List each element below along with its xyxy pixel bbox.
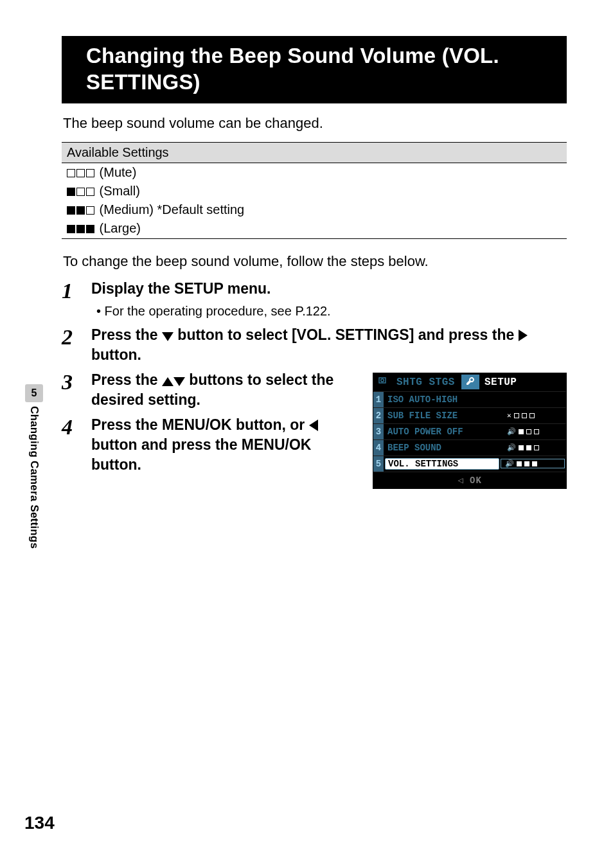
step-subtext: • For the operating procedure, see P.122… [91,303,567,320]
wrench-icon [461,375,479,389]
step-2: 2 Press the button to select [VOL. SETTI… [62,325,567,365]
title-text: Changing the Beep Sound Volume (VOL. SET… [80,36,567,103]
step-body: Display the SETUP menu. • For the operat… [91,279,567,320]
mute-icon: ✕ [507,411,511,420]
available-settings-table: Available Settings (Mute) (Small) (Mediu… [62,142,567,239]
setting-label: (Medium) *Default setting [96,202,244,217]
page-number: 134 [24,813,55,833]
setting-small: (Small) [62,182,567,200]
level-box-icon [519,429,524,434]
camera-row-label: ISO AUTO-HIGH [384,394,503,405]
speaker-icon: 🔊 [507,443,516,452]
level-box-icon [67,225,75,233]
left-arrow-icon [309,420,318,431]
level-box-icon [517,461,522,466]
setting-medium: (Medium) *Default setting [62,200,567,219]
step-text: button and press the MENU/OK button. [91,436,311,473]
camera-tabs: SHTG STGS SETUP [373,373,566,391]
level-box-icon [86,169,94,177]
level-box-icon [86,188,94,196]
camera-menu-row: 5VOL. SETTINGS🔊 [373,456,566,472]
level-box-icon [76,206,85,215]
chapter-number: 5 [25,384,43,402]
title-side-bar [62,36,80,103]
setting-label: (Small) [96,184,140,198]
step-body: Press the button to select [VOL. SETTING… [91,325,567,365]
camera-tab-shtg: SHTG STGS [391,375,460,389]
steps-list: 1 Display the SETUP menu. • For the oper… [62,279,567,489]
speaker-icon: 🔊 [507,427,516,436]
camera-screen-preview: SHTG STGS SETUP 1ISO AUTO-HIGH2SUB FILE … [373,373,567,489]
step-body: Press the MENU/OK button, or button and … [91,415,361,475]
section-title: Changing the Beep Sound Volume (VOL. SET… [62,36,567,103]
step-text: Press the [91,371,162,388]
camera-row-label: VOL. SETTINGS [385,458,499,470]
step-body: Press the buttons to select the desired … [91,370,361,410]
level-box-icon [534,429,539,434]
follow-text: To change the beep sound volume, follow … [63,253,565,270]
level-box-icon [76,188,85,196]
chapter-label: Changing Camera Settings [28,406,40,549]
camera-tab-setup: SETUP [479,375,524,389]
camera-row-index: 1 [373,392,384,407]
setting-large: (Large) [62,219,567,239]
camera-footer: ◁ OK [373,472,566,488]
level-box-icon [76,225,85,233]
camera-row-value: 🔊 [503,427,566,436]
level-box-icon [529,413,535,418]
up-arrow-icon [162,377,173,386]
level-box-icon [67,169,75,177]
step-text: Press the MENU/OK button, or [91,416,309,433]
camera-row-index: 5 [373,456,384,472]
camera-row-label: SUB FILE SIZE [384,411,503,421]
level-box-icon [86,225,94,233]
camera-row-value: 🔊 [501,459,565,468]
camera-menu-rows: 1ISO AUTO-HIGH2SUB FILE SIZE✕3AUTO POWER… [373,391,566,472]
step-title: Display the SETUP menu. [91,280,271,297]
step-text: button to select [VOL. SETTINGS] and pre… [173,326,519,343]
level-box-icon [519,445,524,450]
camera-menu-row: 2SUB FILE SIZE✕ [373,407,566,423]
step-1: 1 Display the SETUP menu. • For the oper… [62,279,567,320]
step-3: 3 Press the buttons to select the desire… [62,370,361,410]
level-box-icon [526,429,531,434]
level-box-icon [526,445,531,450]
level-box-icon [67,188,75,196]
level-box-icon [514,413,519,418]
intro-text: The beep sound volume can be changed. [63,115,565,132]
setting-label: (Mute) [96,165,136,179]
level-box-icon [524,461,529,466]
level-box-icon [76,169,85,177]
level-box-icon [522,413,527,418]
camera-menu-row: 3AUTO POWER OFF🔊 [373,423,566,439]
step-number: 3 [62,370,91,410]
side-tab: 5 Changing Camera Settings [24,384,44,549]
camera-menu-row: 4BEEP SOUND🔊 [373,439,566,456]
level-box-icon [86,206,94,215]
camera-row-label: AUTO POWER OFF [384,427,503,437]
speaker-icon: 🔊 [505,459,514,468]
camera-mode-icon [373,375,391,389]
level-box-icon [532,461,537,466]
svg-point-1 [381,379,384,382]
camera-row-index: 3 [373,424,384,439]
step-number: 2 [62,325,91,365]
camera-menu-row: 1ISO AUTO-HIGH [373,391,566,407]
camera-row-index: 2 [373,408,384,423]
step-text: button. [91,346,141,363]
level-box-icon [67,206,75,215]
camera-row-value: ✕ [503,411,566,420]
step-number: 1 [62,279,91,320]
camera-row-value: 🔊 [503,443,566,452]
table-header: Available Settings [62,142,567,163]
step-4: 4 Press the MENU/OK button, or button an… [62,415,361,475]
camera-row-index: 4 [373,440,384,456]
down-arrow-icon [162,332,173,341]
setting-mute: (Mute) [62,163,567,182]
down-arrow-icon [173,377,185,386]
step-number: 4 [62,415,91,475]
right-arrow-icon [519,330,528,341]
camera-row-label: BEEP SOUND [384,443,503,453]
step-text: Press the [91,326,162,343]
level-box-icon [534,445,539,450]
